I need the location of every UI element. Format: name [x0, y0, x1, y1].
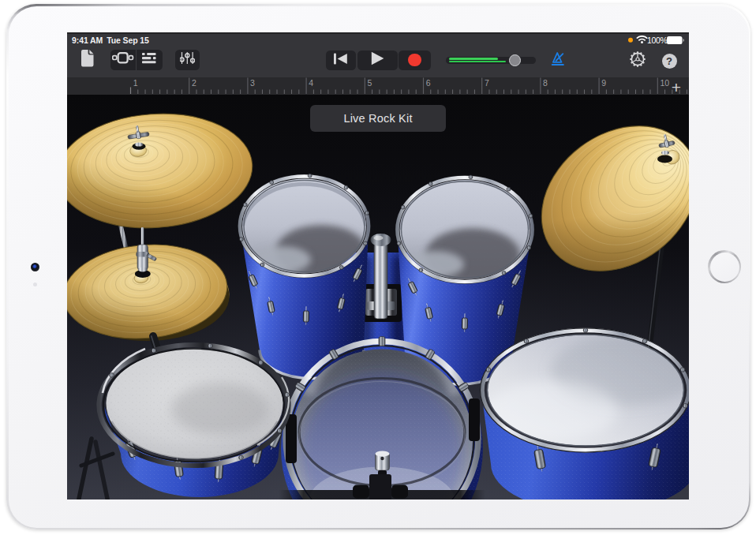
gear-icon — [630, 51, 646, 70]
toolbar: 9:41 AM Tue Sep 15 100% — [67, 32, 689, 77]
svg-text:10: 10 — [661, 78, 670, 88]
drum-kit-illustration[interactable] — [67, 95, 689, 500]
kit-name-button[interactable]: Live Rock Kit — [310, 105, 446, 132]
settings-button[interactable] — [629, 53, 646, 69]
svg-text:7: 7 — [485, 78, 489, 88]
volume-slider-track[interactable] — [446, 57, 536, 64]
add-bars-button[interactable]: + — [669, 80, 683, 95]
front-camera — [31, 263, 39, 271]
metronome-button[interactable] — [550, 53, 566, 69]
volume-level-bar-bottom — [449, 61, 506, 63]
song-sections-button[interactable] — [110, 52, 137, 67]
record-icon — [408, 54, 421, 67]
screen: 9:41 AM Tue Sep 15 100% — [67, 32, 689, 499]
svg-text:9: 9 — [601, 78, 606, 88]
document-icon — [81, 50, 94, 70]
ipad-device-frame: 9:41 AM Tue Sep 15 100% — [6, 4, 750, 529]
floor-tom[interactable] — [481, 327, 690, 499]
help-button[interactable]: ? — [662, 54, 677, 69]
svg-text:5: 5 — [368, 78, 372, 88]
ruler-ticks: 12345678910 — [67, 77, 689, 95]
view-segmented-control — [110, 50, 163, 71]
volume-slider-knob[interactable] — [509, 54, 521, 66]
battery-icon — [667, 36, 684, 44]
ipad-bezel: 9:41 AM Tue Sep 15 100% — [9, 6, 749, 528]
metronome-icon — [551, 52, 565, 69]
volume-level-bar-top — [449, 58, 498, 60]
mixer-button[interactable] — [175, 50, 200, 71]
svg-text:4: 4 — [309, 78, 313, 88]
home-button[interactable] — [708, 250, 741, 283]
svg-text:2: 2 — [192, 78, 196, 88]
bar-ruler[interactable]: 12345678910 + — [67, 77, 689, 95]
my-songs-button[interactable] — [79, 49, 96, 70]
svg-text:1: 1 — [133, 78, 138, 88]
play-icon — [371, 51, 384, 69]
recording-indicator-dot — [628, 37, 634, 43]
song-sections-icon — [112, 52, 134, 67]
rewind-icon — [334, 53, 347, 68]
battery-percent: 100% — [647, 36, 668, 45]
light-sensor — [33, 282, 37, 286]
drum-stage[interactable] — [67, 95, 689, 500]
tracks-view-button[interactable] — [137, 53, 163, 67]
play-button[interactable] — [357, 51, 398, 70]
mixer-sliders-icon — [180, 52, 195, 67]
rewind-button[interactable] — [326, 51, 357, 70]
status-bar: 9:41 AM Tue Sep 15 100% — [67, 32, 689, 48]
svg-text:8: 8 — [543, 78, 548, 88]
page: { "device": {"name": "ipad"}, "status": … — [0, 0, 756, 535]
record-button[interactable] — [399, 51, 431, 70]
wifi-icon — [636, 36, 648, 44]
svg-text:6: 6 — [426, 78, 431, 88]
tracks-view-icon — [142, 53, 156, 67]
screen-top-edge — [67, 32, 689, 34]
svg-text:3: 3 — [250, 78, 255, 88]
